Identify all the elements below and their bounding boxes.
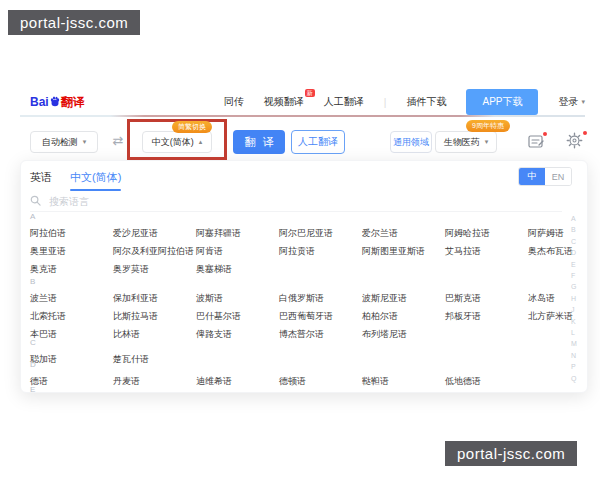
language-item[interactable]: 波斯语	[196, 289, 279, 307]
language-item[interactable]: 巴西葡萄牙语	[279, 307, 362, 325]
nav-item-human-translate[interactable]: 人工翻译	[324, 95, 364, 109]
index-letter-G[interactable]: G	[571, 281, 577, 292]
alphabet-index: ABCDEFGHJKLMNPQ	[571, 213, 577, 384]
nav-item-video-translate[interactable]: 视频翻译 新	[264, 95, 304, 109]
language-item[interactable]: 艾马拉语	[445, 242, 528, 260]
language-item[interactable]: 阿塞拜疆语	[196, 224, 279, 242]
language-search-row	[30, 193, 560, 209]
language-item[interactable]: 比斯拉马语	[113, 307, 196, 325]
chevron-up-icon: ▴	[199, 138, 203, 146]
language-item[interactable]: 奥杰布瓦语	[528, 242, 600, 260]
chevron-down-icon: ▾	[485, 138, 489, 146]
index-letter-C[interactable]: C	[571, 236, 577, 247]
index-letter-Q[interactable]: Q	[571, 373, 577, 384]
source-language-dropdown[interactable]: 自动检测 ▾	[30, 131, 98, 153]
language-item[interactable]: 北索托语	[30, 307, 113, 325]
language-item[interactable]: 阿拉贡语	[279, 242, 362, 260]
language-item[interactable]: 巴什基尔语	[196, 307, 279, 325]
language-item[interactable]: 保加利亚语	[113, 289, 196, 307]
language-item[interactable]: 波斯尼亚语	[362, 289, 445, 307]
index-letter-N[interactable]: N	[571, 350, 577, 361]
header: Bai 翻译 同传 视频翻译 新 人工翻译 | 插件下载 APP下载	[30, 90, 585, 114]
language-item[interactable]: 奥罗莫语	[113, 260, 196, 278]
index-letter-E[interactable]: E	[571, 259, 577, 270]
section-letter: A	[30, 212, 578, 221]
index-letter-B[interactable]: B	[571, 224, 577, 235]
index-letter-D[interactable]: D	[571, 247, 577, 258]
section-letter: B	[30, 277, 578, 286]
language-item[interactable]: 白俄罗斯语	[279, 289, 362, 307]
language-item[interactable]: 爱沙尼亚语	[113, 224, 196, 242]
chevron-down-icon: ▾	[581, 98, 585, 106]
display-language-toggle: 中 EN	[518, 167, 572, 186]
section-letter: E	[30, 385, 578, 394]
language-item[interactable]: 阿拉伯语	[30, 224, 113, 242]
language-section-B: B波兰语保加利亚语波斯语白俄罗斯语波斯尼亚语巴斯克语冰岛语北索托语比斯拉马语巴什…	[30, 277, 578, 343]
language-item[interactable]: 柏柏尔语	[362, 307, 445, 325]
header-nav: 同传 视频翻译 新 人工翻译 | 插件下载 APP下载 登录 ▾	[224, 89, 585, 115]
toggle-zh-button[interactable]: 中	[519, 168, 545, 185]
language-section-A: A阿拉伯语爱沙尼亚语阿塞拜疆语阿尔巴尼亚语爱尔兰语阿姆哈拉语阿萨姆语奥里亚语阿尔…	[30, 212, 578, 278]
language-search-input[interactable]	[49, 196, 249, 207]
index-letter-M[interactable]: M	[571, 338, 577, 349]
notification-dot	[543, 132, 547, 136]
section-letter: C	[30, 338, 578, 347]
index-letter-F[interactable]: F	[571, 270, 577, 281]
search-icon	[30, 192, 41, 210]
baidu-translate-page: portal-jssc.com Bai 翻译 同传 视频翻译 新 人工翻译	[0, 0, 600, 480]
domain-general-tab[interactable]: 通用领域	[390, 131, 432, 153]
language-item[interactable]: 奥克语	[30, 260, 113, 278]
settings-gear-icon[interactable]	[566, 132, 586, 152]
language-item[interactable]: 阿斯图里亚斯语	[362, 242, 445, 260]
language-section-E: E	[30, 385, 578, 397]
chevron-down-icon: ▾	[83, 138, 87, 146]
language-item[interactable]: 阿萨姆语	[528, 224, 600, 242]
new-badge: 新	[305, 89, 315, 97]
domain-select-dropdown[interactable]: 生物医药 ▾	[435, 131, 497, 153]
header-divider-line	[20, 115, 585, 117]
login-button[interactable]: 登录 ▾	[558, 95, 585, 109]
watermark-bottom-right: portal-jssc.com	[445, 441, 577, 466]
language-item[interactable]: 阿肯语	[196, 242, 279, 260]
domain-promo-badge: 9周年特惠	[466, 120, 510, 132]
tab-english[interactable]: 英语	[30, 170, 52, 185]
nav-item-plugin-download[interactable]: 插件下载	[406, 95, 446, 109]
index-letter-A[interactable]: A	[571, 213, 577, 224]
index-letter-L[interactable]: L	[571, 327, 577, 338]
language-item[interactable]: 奥塞梯语	[196, 260, 279, 278]
target-language-dropdown[interactable]: 中文(简体) ▴	[142, 131, 212, 153]
index-letter-J[interactable]: J	[571, 304, 577, 315]
toggle-en-button[interactable]: EN	[545, 168, 571, 185]
nav-divider: |	[384, 97, 387, 108]
translate-button[interactable]: 翻译	[233, 130, 285, 154]
language-item[interactable]: 邦板牙语	[445, 307, 528, 325]
language-item[interactable]: 冰岛语	[528, 289, 600, 307]
language-item[interactable]: 阿尔及利亚阿拉伯语	[113, 242, 196, 260]
nav-item-simultaneous[interactable]: 同传	[224, 95, 244, 109]
document-translate-icon[interactable]	[527, 132, 547, 152]
index-letter-K[interactable]: K	[571, 316, 577, 327]
logo-text-bai: Bai	[30, 95, 49, 109]
section-letter: D	[30, 360, 578, 369]
app-download-button[interactable]: APP下载	[466, 89, 538, 115]
language-item[interactable]: 北方萨米语	[528, 307, 600, 325]
language-item[interactable]: 爱尔兰语	[362, 224, 445, 242]
language-item[interactable]: 巴斯克语	[445, 289, 528, 307]
index-letter-P[interactable]: P	[571, 361, 577, 372]
language-item[interactable]: 波兰语	[30, 289, 113, 307]
index-letter-H[interactable]: H	[571, 293, 577, 304]
language-item[interactable]: 奥里亚语	[30, 242, 113, 260]
baidu-paw-icon	[50, 93, 60, 111]
logo-text-fanyi: 翻译	[61, 94, 85, 111]
language-item[interactable]: 阿姆哈拉语	[445, 224, 528, 242]
baidu-translate-logo[interactable]: Bai 翻译	[30, 93, 85, 111]
tab-chinese-simplified[interactable]: 中文(简体)	[70, 170, 121, 185]
notification-dot	[583, 131, 587, 135]
human-translate-button[interactable]: 人工翻译	[291, 130, 345, 154]
language-item[interactable]: 阿尔巴尼亚语	[279, 224, 362, 242]
swap-languages-icon[interactable]: ⇄	[106, 130, 130, 152]
target-language-promo-badge: 简繁切换	[172, 121, 212, 133]
watermark-top-left: portal-jssc.com	[8, 10, 140, 35]
